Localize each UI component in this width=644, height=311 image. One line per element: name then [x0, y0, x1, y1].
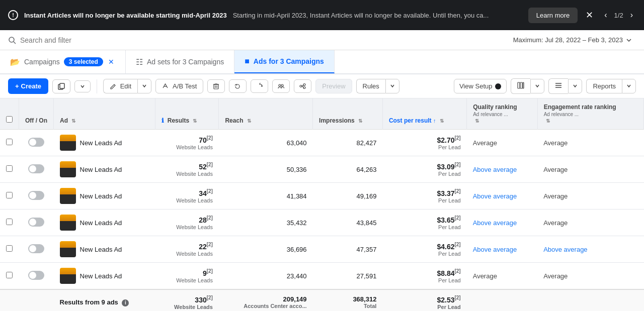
row-toggle-cell [19, 130, 54, 156]
columns-button[interactable] [511, 78, 530, 94]
rules-button[interactable]: Rules [356, 79, 385, 93]
header-quality[interactable]: Quality ranking Ad relevance ... ⇅ [467, 98, 537, 130]
toggle-knob [29, 192, 36, 199]
ab-test-button[interactable]: A/B Test [155, 79, 203, 93]
reports-button[interactable]: Reports [586, 79, 622, 93]
duplicate-button[interactable] [52, 79, 70, 93]
cost-sort-icon: ⇅ [440, 118, 444, 124]
breakdown-button-group [548, 78, 582, 94]
row-cost-cell: $2.70[2] Per Lead [382, 130, 466, 156]
header-off-on: Off / On [19, 98, 54, 130]
search-input[interactable] [20, 36, 505, 44]
share-icon [299, 83, 306, 89]
chevron-down-icon [142, 83, 147, 88]
row-checkbox[interactable] [6, 139, 13, 145]
svg-point-9 [279, 84, 281, 86]
row-toggle-cell [19, 263, 54, 290]
row-checkbox[interactable] [6, 272, 13, 278]
header-cost[interactable]: Cost per result ↑ ⇅ [382, 98, 466, 130]
table-row: New Leads Ad 34[2] Website Leads 41,384 … [0, 183, 644, 210]
ad-thumbnail [60, 135, 76, 151]
row-toggle[interactable] [28, 164, 44, 173]
edit-button[interactable]: Edit [103, 79, 137, 93]
breakdown-button[interactable] [548, 78, 568, 94]
cost-sup: [2] [454, 188, 460, 194]
notification-next-button[interactable]: › [627, 10, 636, 21]
date-range-text: Maximum: Jul 28, 2022 – Feb 3, 2023 [513, 36, 623, 44]
edit-dropdown-button[interactable] [137, 79, 151, 93]
ad-name: New Leads Ad [80, 139, 122, 147]
clear-selection-button[interactable]: ✕ [107, 58, 115, 66]
duplicate-dropdown-button[interactable] [74, 80, 91, 92]
summary-info-icon: i [122, 299, 129, 306]
cost-value: $4.62[2] [388, 242, 460, 251]
delete-button[interactable] [207, 79, 225, 93]
reports-dropdown-button[interactable] [622, 79, 636, 93]
row-toggle[interactable] [28, 271, 44, 280]
view-setup-button[interactable]: View Setup [454, 79, 507, 93]
learn-more-button[interactable]: Learn more [528, 8, 578, 23]
ad-name: New Leads Ad [80, 192, 122, 200]
row-checkbox[interactable] [6, 219, 13, 225]
breakdown-dropdown-button[interactable] [568, 79, 582, 93]
redo-icon [256, 83, 263, 89]
toolbar: + Create Edit A/B Test Preview Rules [0, 74, 644, 98]
row-checkbox[interactable] [6, 165, 13, 172]
row-toggle[interactable] [28, 191, 44, 200]
cost-sub: Per Lead [388, 224, 460, 230]
row-engagement-cell: Average [537, 156, 643, 183]
redo-button[interactable] [251, 79, 268, 93]
svg-point-10 [281, 84, 283, 86]
header-ad[interactable]: Ad ⇅ [54, 98, 155, 130]
date-range-selector[interactable]: Maximum: Jul 28, 2022 – Feb 3, 2023 [509, 34, 636, 46]
breadcrumb-adsets[interactable]: ☷ Ad sets for 3 Campaigns [126, 50, 234, 73]
row-results-cell: 70[2] Website Leads [155, 130, 219, 156]
row-ad-cell: New Leads Ad [54, 210, 155, 236]
select-all-checkbox[interactable] [6, 116, 13, 123]
header-checkbox-cell [0, 98, 19, 130]
summary-label-cell: Results from 9 ads i [54, 289, 155, 311]
audience-button[interactable] [272, 79, 290, 93]
ad-name: New Leads Ad [80, 219, 122, 227]
breadcrumb-campaigns[interactable]: 📂 Campaigns 3 selected ✕ [0, 50, 126, 73]
results-sup: [2] [207, 242, 213, 247]
notification-close-button[interactable]: ✕ [584, 8, 595, 23]
campaigns-icon: 📂 [10, 57, 20, 67]
row-quality-cell: Above average [467, 210, 537, 236]
impressions-value: 27,591 [357, 272, 377, 280]
breadcrumb-ads[interactable]: ■ Ads for 3 Campaigns [234, 50, 335, 73]
svg-rect-3 [60, 83, 64, 88]
results-type: Website Leads [162, 277, 213, 283]
create-plus-icon: + [15, 82, 19, 90]
share-button[interactable] [294, 79, 311, 93]
cost-value: $3.09[2] [388, 162, 460, 171]
impressions-value: 43,845 [357, 219, 377, 227]
header-engagement[interactable]: Engagement rate ranking Ad relevance ...… [537, 98, 643, 130]
undo-icon [234, 83, 241, 89]
create-button[interactable]: + Create [8, 78, 48, 94]
row-checkbox[interactable] [6, 192, 13, 198]
summary-impressions-sub: Total [319, 303, 377, 309]
row-checkbox[interactable] [6, 245, 13, 252]
engagement-value: Average [543, 166, 568, 173]
summary-impressions-value: 368,312 [319, 295, 377, 303]
header-impressions[interactable]: Impressions ⇅ [313, 98, 383, 130]
row-toggle[interactable] [28, 244, 44, 253]
preview-button: Preview [315, 79, 352, 93]
toggle-knob [29, 272, 36, 279]
toggle-knob [29, 139, 36, 146]
engagement-value: Average [543, 139, 568, 147]
notification-prev-button[interactable]: ‹ [601, 10, 610, 21]
row-toggle[interactable] [28, 218, 44, 227]
table-row: New Leads Ad 70[2] Website Leads 63,040 … [0, 130, 644, 156]
row-toggle[interactable] [28, 138, 44, 147]
undo-button[interactable] [229, 79, 247, 93]
row-reach-cell: 23,440 [219, 263, 313, 290]
rules-dropdown-button[interactable] [385, 79, 399, 93]
trash-icon [213, 83, 219, 89]
header-reach[interactable]: Reach ⇅ [219, 98, 313, 130]
header-results[interactable]: ℹ Results ⇅ [155, 98, 219, 130]
search-icon [8, 36, 16, 44]
engagement-value: Average [543, 219, 568, 227]
columns-dropdown-button[interactable] [530, 79, 544, 93]
